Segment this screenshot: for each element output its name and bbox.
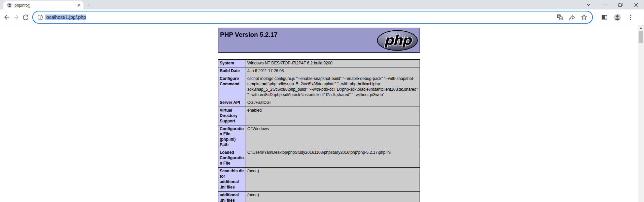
new-tab-button[interactable]: + xyxy=(85,1,93,8)
side-panel-button[interactable] xyxy=(600,13,609,22)
row-label: Configure Command xyxy=(218,75,246,99)
page-content: PHP Version 5.2.17 xyxy=(0,25,638,202)
plus-icon: + xyxy=(87,2,91,8)
url-text[interactable]: localhost/1.jpg/.php xyxy=(45,15,86,20)
row-value: Jan 6 2011 17:26:08 xyxy=(246,67,420,75)
site-info-button[interactable] xyxy=(36,13,44,21)
tab-phpinfo[interactable]: phpinfo() xyxy=(3,1,83,9)
row-label: Virtual Directory Support xyxy=(218,107,246,125)
profile-button[interactable] xyxy=(613,13,622,22)
phpinfo-header-table: PHP Version 5.2.17 xyxy=(218,28,420,53)
star-icon xyxy=(581,14,587,20)
row-label: System xyxy=(218,60,246,67)
arrow-right-icon xyxy=(13,14,20,21)
row-value: (none) xyxy=(246,192,420,202)
row-label: Server API xyxy=(218,99,246,107)
table-row: Virtual Directory Supportenabled xyxy=(218,107,420,125)
share-button[interactable] xyxy=(568,13,576,21)
row-label: Build Date xyxy=(218,67,246,75)
table-row: Configuration File (php.ini) PathC:\Wind… xyxy=(218,125,420,149)
php-logo: php xyxy=(377,30,418,52)
close-window-button[interactable] xyxy=(628,0,644,9)
row-value: (none) xyxy=(246,168,420,192)
scrollbar-up-button[interactable] xyxy=(638,25,644,31)
window-controls xyxy=(597,0,644,9)
table-row: Server APICGI/FastCGI xyxy=(218,99,420,107)
avatar-icon xyxy=(614,13,621,21)
row-label: Configuration File (php.ini) Path xyxy=(218,125,246,149)
side-panel-icon xyxy=(601,14,608,20)
translate-button[interactable]: A a xyxy=(556,13,564,21)
table-row: SystemWindows NT DESKTOP-I7I2P4F 6.2 bui… xyxy=(218,60,420,67)
reload-icon xyxy=(22,14,29,21)
table-row: Loaded Configuration FileC:\Users\Yan\De… xyxy=(218,149,420,168)
scrollbar-thumb[interactable] xyxy=(639,31,643,43)
table-row: Configure Commandcscript /nologo configu… xyxy=(218,75,420,99)
tab-strip: phpinfo() + xyxy=(0,0,644,9)
share-icon xyxy=(569,14,575,20)
php-logo-text: php xyxy=(384,32,412,48)
browser-toolbar: localhost/1.jpg/.php A a xyxy=(0,9,644,25)
address-bar[interactable]: localhost/1.jpg/.php A a xyxy=(32,11,593,24)
reload-button[interactable] xyxy=(21,12,30,22)
minimize-icon xyxy=(603,3,607,7)
row-value: C:\Users\Yan\Desktop\phpStudy20161103\ph… xyxy=(246,149,420,168)
row-value: CGI/FastCGI xyxy=(246,99,420,107)
row-value: C:\Windows xyxy=(246,125,420,149)
table-row: Scan this dir for additional .ini files(… xyxy=(218,168,420,192)
table-gap xyxy=(218,53,420,59)
tab-search-button[interactable] xyxy=(585,2,592,8)
row-value: Windows NT DESKTOP-I7I2P4F 6.2 build 920… xyxy=(246,60,420,67)
forward-button[interactable] xyxy=(11,12,21,22)
phpinfo-table: SystemWindows NT DESKTOP-I7I2P4F 6.2 bui… xyxy=(218,59,420,202)
minimize-button[interactable] xyxy=(597,0,613,9)
tab-title: phpinfo() xyxy=(14,3,73,8)
info-table-body: SystemWindows NT DESKTOP-I7I2P4F 6.2 bui… xyxy=(218,60,420,202)
chevron-down-icon xyxy=(586,3,591,6)
close-icon xyxy=(634,3,638,7)
table-row: additional .ini files parsed(none) xyxy=(218,192,420,202)
kebab-menu-icon xyxy=(630,15,631,20)
back-button[interactable] xyxy=(2,12,11,22)
close-icon xyxy=(77,4,80,7)
translate-icon: A a xyxy=(557,14,563,20)
row-value: cscript /nologo configure.js "--enable-s… xyxy=(246,75,420,99)
info-icon xyxy=(37,15,43,20)
row-label: additional .ini files parsed xyxy=(218,192,246,202)
restore-button[interactable] xyxy=(613,0,628,9)
row-value: enabled xyxy=(246,107,420,125)
bookmark-button[interactable] xyxy=(580,13,588,21)
tab-close-button[interactable] xyxy=(76,3,81,8)
browser-window: phpinfo() + xyxy=(0,0,644,202)
url-selected-text: localhost/1.jpg/.php xyxy=(45,15,86,20)
globe-icon xyxy=(7,3,12,8)
row-label: Scan this dir for additional .ini files xyxy=(218,168,246,192)
browser-menu-button[interactable] xyxy=(626,13,635,22)
row-label: Loaded Configuration File xyxy=(218,149,246,168)
arrow-left-icon xyxy=(3,14,10,21)
vertical-scrollbar[interactable] xyxy=(638,25,644,202)
restore-icon xyxy=(618,3,622,7)
table-row: Build DateJan 6 2011 17:26:08 xyxy=(218,67,420,75)
triangle-up-icon xyxy=(639,27,642,29)
